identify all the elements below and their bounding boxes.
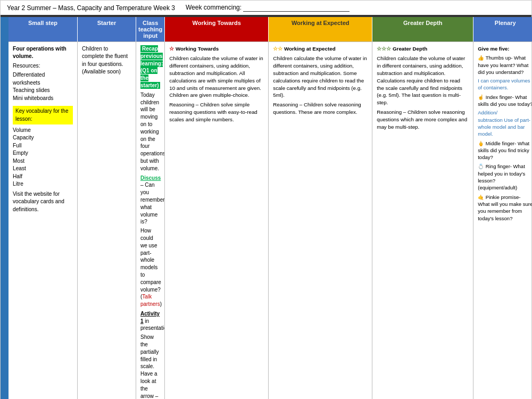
towards-detail: Children calculate the volume of water i… <box>169 55 264 99</box>
addition-label: Addition/ subtraction Use of part-whole … <box>478 109 532 137</box>
small-step-title: Four operations with volume. <box>13 45 73 61</box>
thumbs-up: 👍 Thumbs up- What have you learnt? What … <box>478 54 532 76</box>
resources-items: DifferentiatedworksheetsTeaching slidesM… <box>13 71 73 102</box>
ring-finger: 💍 Ring finger- What helped you in today'… <box>478 163 532 191</box>
visit-note: Visit the website for vocabulary cards a… <box>13 190 73 213</box>
plenary-cell: Give me five: 👍 Thumbs up- What have you… <box>473 42 532 399</box>
depth-cell: ☆☆☆ Greater Depth Children calculate the… <box>372 42 473 399</box>
header-expected: Working at Expected <box>269 17 372 41</box>
activity1-detail: Show the partially filled in scale. Have… <box>140 334 160 399</box>
starter-text: Children to complete the fluent in four … <box>82 45 131 76</box>
depth-detail: Children calculate the volume of water i… <box>377 55 469 106</box>
how-could-line: How could we use part-whole models to co… <box>140 227 160 308</box>
towards-reasoning: Reasoning – Children solve simple reason… <box>169 101 264 123</box>
header-towards: Working Towards <box>165 17 269 41</box>
vocab-list: VolumeCapacityFullEmptyMostLeastHalfLitr… <box>13 127 73 188</box>
recap-line: Recap previous learning: (Q1 on the star… <box>140 45 160 89</box>
towards-cell: ☆ Working Towards Children calculate the… <box>165 42 269 399</box>
header-depth: Greater Depth <box>372 17 473 41</box>
key-vocab-label: Key vocabulary for the lesson: <box>15 108 69 121</box>
header-plenary: Plenary <box>473 17 532 41</box>
class-teaching-cell: Recap previous learning: (Q1 on the star… <box>136 42 165 399</box>
activity1-line: Activity 1 in presentation. <box>140 310 160 332</box>
expected-detail: Children calculate the volume of water i… <box>273 55 368 99</box>
key-vocab-box: Key vocabulary for the lesson: <box>13 106 73 124</box>
expected-reasoning: Reasoning – Children solve reasoning que… <box>273 101 368 116</box>
recap-label: Recap previous learning: (Q1 on the star… <box>140 45 163 89</box>
starter-cell: Children to complete the fluent in four … <box>78 42 136 399</box>
middle-finger: 🖕 Middle finger- What skills did you fin… <box>478 140 532 161</box>
week-commencing-label: Week commencing: <box>186 4 350 12</box>
intro-text: Today children will be moving on to work… <box>140 92 160 172</box>
resources-label: Resources: <box>13 62 73 70</box>
discuss-line: Discuss – Can you remember what volume i… <box>140 174 160 226</box>
page-wrapper: Year 2 Summer – Mass, Capacity and Tempe… <box>0 0 532 399</box>
header-small-step: Small step <box>9 17 78 41</box>
header-class-teaching: Class teaching input <box>136 17 165 41</box>
depth-reasoning: Reasoning – Children solve reasoning que… <box>377 109 469 131</box>
small-step-cell: Four operations with volume. Resources: … <box>9 42 78 399</box>
column-headers: Small step Starter Class teaching input … <box>9 17 532 41</box>
index-finger: ☝ Index finger- What skills did you use … <box>478 94 532 108</box>
lesson-number-sidebar: Lesson 12 <box>1 17 9 399</box>
pinkie: 🤙 Pinkie promise- What will you make sur… <box>478 194 532 222</box>
page-title: Year 2 Summer – Mass, Capacity and Tempe… <box>7 4 175 12</box>
data-row: Four operations with volume. Resources: … <box>9 41 532 399</box>
expected-cell: ☆☆ Working at Expected Children calculat… <box>269 42 372 399</box>
top-header: Year 2 Summer – Mass, Capacity and Tempe… <box>1 1 531 16</box>
give-five: Give me five: <box>478 45 532 52</box>
i-can: I can compare volumes of containers. <box>478 77 532 92</box>
header-starter: Starter <box>78 17 136 41</box>
main-grid: Small step Starter Class teaching input … <box>9 17 532 399</box>
